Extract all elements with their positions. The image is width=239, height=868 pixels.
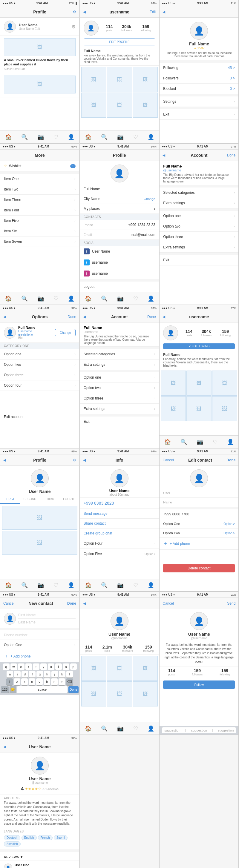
option-one-13[interactable]: Option One › [0, 640, 79, 650]
key-j[interactable]: j [51, 671, 58, 678]
back-btn-3[interactable]: ◀ [162, 10, 165, 14]
cancel-btn-12[interactable]: Cancel [162, 458, 174, 462]
option-two-row-8[interactable]: Option two › [80, 383, 159, 393]
item-three[interactable]: Item Three › [0, 195, 79, 205]
tab-heart-5[interactable]: ♡ [133, 295, 138, 302]
extra-settings-row-2[interactable]: Extra settings › [159, 242, 238, 253]
key-space[interactable]: space [17, 686, 67, 693]
key-m[interactable]: m [59, 678, 65, 685]
key-c[interactable]: c [29, 678, 35, 685]
key-t[interactable]: t [33, 663, 39, 670]
create-group-row[interactable]: Create group chat [80, 528, 159, 538]
tab-user-11[interactable]: 👤 [148, 582, 154, 589]
twitter-row[interactable]: t username [80, 257, 159, 268]
exit-account-row[interactable]: Exit account [0, 412, 79, 422]
done-btn-12[interactable]: Done [227, 458, 235, 462]
selected-cat-row[interactable]: Selected categories › [159, 187, 238, 198]
tab-heart-2[interactable]: ♡ [133, 134, 138, 140]
item-six[interactable]: Item Six › [0, 226, 79, 237]
tab-home-2[interactable]: 🏠 [85, 134, 91, 140]
extra-settings-row-8b[interactable]: Extra settings › [80, 404, 159, 414]
extra-settings-row-8[interactable]: Extra settings › [80, 360, 159, 370]
tab-heart-11[interactable]: ♡ [133, 582, 138, 589]
key-s[interactable]: s [14, 671, 21, 678]
tab-user-4[interactable]: 👤 [68, 295, 74, 302]
back-btn-6[interactable]: ◀ [162, 153, 165, 157]
item-four[interactable]: Item Four › [0, 205, 79, 216]
settings-icon[interactable]: ⚙ [73, 10, 76, 14]
item-one[interactable]: Item One › [0, 174, 79, 184]
following-btn[interactable]: ✓ FOLLOWING [163, 343, 235, 349]
tab-user-10[interactable]: 👤 [68, 582, 74, 589]
tab-user-9[interactable]: 👤 [227, 439, 234, 445]
exit-row-8[interactable]: Exit [80, 416, 159, 427]
key-o[interactable]: o [63, 663, 69, 670]
tab-user-2[interactable]: 👤 [148, 134, 154, 140]
key-return[interactable]: Done [68, 686, 79, 693]
key-h[interactable]: h [44, 671, 51, 678]
first-name-input[interactable]: First Name [18, 613, 76, 617]
extra-settings-row[interactable]: Extra settings › [159, 198, 238, 209]
tab-user[interactable]: 👤 [68, 134, 74, 140]
key-q[interactable]: q [3, 663, 9, 670]
settings-icon-10[interactable]: ⚙ [73, 458, 76, 462]
key-a[interactable]: a [6, 671, 13, 678]
blocked-row[interactable]: Blocked 0 > [159, 84, 238, 94]
phone-input[interactable]: Phone number [4, 633, 76, 637]
tab-camera-2[interactable]: 📷 [117, 134, 124, 140]
tab-search-2[interactable]: 🔍 [101, 134, 108, 140]
option-two-12[interactable]: Option Two Option > [159, 528, 238, 538]
tab-heart-4[interactable]: ♡ [54, 295, 58, 302]
key-v[interactable]: v [36, 678, 43, 685]
back-btn-7[interactable]: ◀ [3, 315, 6, 319]
tab-third[interactable]: THIRD [40, 495, 59, 504]
option-one-row[interactable]: Option one › [159, 211, 238, 221]
tab-home-11[interactable]: 🏠 [85, 582, 91, 589]
back-btn-9[interactable]: ◀ [162, 315, 165, 319]
done-btn-7[interactable]: Done [67, 315, 76, 319]
following-row[interactable]: Following 45 > [159, 63, 238, 73]
option-three-row-8[interactable]: Option three › [80, 393, 159, 404]
tab-heart[interactable]: ♡ [54, 134, 58, 140]
reviews-label[interactable]: REVIEWS ▼ [4, 855, 23, 859]
tab-home-10[interactable]: 🏠 [5, 582, 12, 589]
tab-camera[interactable]: 📷 [37, 134, 44, 140]
option-one-row-8[interactable]: Option one › [80, 372, 159, 383]
key-x[interactable]: x [21, 678, 28, 685]
key-g[interactable]: g [36, 671, 43, 678]
tab-user-5[interactable]: 👤 [148, 295, 154, 302]
settings-row[interactable]: Settings › [159, 96, 238, 107]
city-name-field[interactable]: City Name Change [80, 194, 159, 204]
opt-two-7[interactable]: Option two › [0, 360, 79, 370]
item-two[interactable]: Item Two › [0, 184, 79, 195]
key-123[interactable]: 123 [1, 686, 9, 693]
key-b[interactable]: b [43, 678, 50, 685]
done-btn-8[interactable]: Done [147, 315, 156, 319]
key-shift[interactable]: ⇧ [6, 678, 13, 685]
option-one-12[interactable]: Option One Option > [159, 519, 238, 528]
followers-row[interactable]: Followers 0 > [159, 73, 238, 84]
tab-camera-5[interactable]: 📷 [117, 295, 124, 302]
back-btn-10[interactable]: ◀ [3, 458, 6, 462]
add-phone-13[interactable]: ＋ + Add phone [0, 650, 79, 662]
done-btn-6[interactable]: Done [227, 153, 236, 157]
tab-search-5[interactable]: 🔍 [101, 295, 108, 302]
opt-four-7[interactable]: Option four › [0, 380, 79, 391]
last-name-input[interactable]: Last Name [18, 620, 76, 624]
tab-home[interactable]: 🏠 [5, 134, 12, 140]
gear-icon[interactable]: ⚙ [71, 24, 76, 30]
change-btn-7[interactable]: Change [55, 329, 76, 336]
option-two-row[interactable]: Option two › [159, 221, 238, 232]
edit-btn-2[interactable]: Edit [150, 10, 156, 14]
tab-search[interactable]: 🔍 [21, 134, 28, 140]
key-backspace[interactable]: ⌫ [66, 678, 73, 685]
option-four-row[interactable]: Option Four › [80, 538, 159, 549]
selected-cat-row-8[interactable]: Selected categories › [80, 349, 159, 360]
item-seven[interactable]: Item Seven › [0, 237, 79, 247]
tab-user-14[interactable]: 👤 [148, 725, 154, 732]
follow-btn-15[interactable]: Follow [163, 681, 235, 689]
exit-row[interactable]: Exit › [159, 109, 238, 120]
tab-heart-10[interactable]: ♡ [54, 582, 58, 589]
back-btn-2[interactable]: ◀ [83, 10, 86, 14]
key-w[interactable]: w [10, 663, 17, 670]
